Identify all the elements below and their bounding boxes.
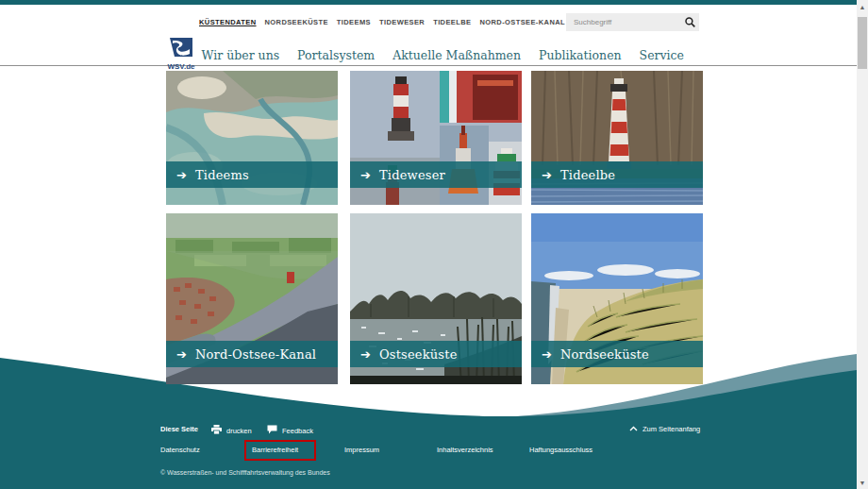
tile-tideelbe[interactable]: ➔ Tideelbe [531, 71, 703, 205]
footer-link-datenschutz[interactable]: Datenschutz [160, 446, 200, 454]
footer-link-inhaltsverzeichnis[interactable]: Inhaltsverzeichnis [437, 446, 493, 454]
tile-ostseekueste[interactable]: ➔ Ostseeküste [350, 213, 522, 384]
tile-ostseekueste-band[interactable]: ➔ Ostseeküste [350, 341, 522, 367]
tile-tideelbe-band[interactable]: ➔ Tideelbe [531, 161, 703, 188]
wsv-logo-text: WSV.de [160, 62, 202, 71]
printer-icon [211, 425, 222, 436]
tile-tideweser-band[interactable]: ➔ Tideweser [350, 161, 522, 188]
tile-label: Tideelbe [560, 168, 615, 182]
search-box [566, 13, 699, 31]
utility-link-nord-ostsee-kanal[interactable]: NORD-OSTSEE-KANAL [479, 18, 565, 26]
arrow-right-icon: ➔ [360, 348, 371, 361]
tile-tideems[interactable]: ➔ Tideems [166, 71, 338, 205]
footer-print-link[interactable]: drucken [211, 425, 252, 436]
arrow-right-icon: ➔ [542, 169, 552, 181]
speech-bubble-icon [267, 425, 277, 436]
tile-label: Tideweser [379, 168, 445, 182]
footer-copyright: © Wasserstraßen- und Schifffahrtsverwalt… [160, 469, 330, 476]
footer-this-page-label: Diese Seite [160, 425, 198, 433]
tile-label: Nord-Ostsee-Kanal [195, 347, 316, 362]
site-header: KÜSTENDATEN NORDSEEKÜSTE TIDEEMS TIDEWES… [0, 5, 857, 66]
tile-label: Nordseeküste [560, 347, 649, 362]
main-nav: Wir über uns Portalsystem Aktuelle Maßna… [202, 48, 684, 62]
utility-link-tideweser[interactable]: TIDEWESER [379, 18, 425, 26]
search-icon[interactable] [680, 13, 699, 31]
scrollbar[interactable]: ▲ ▼ [857, 0, 868, 489]
footer-link-haftungsausschluss[interactable]: Haftungsausschluss [529, 446, 593, 454]
page: KÜSTENDATEN NORDSEEKÜSTE TIDEEMS TIDEWES… [0, 0, 868, 489]
wsv-logo-icon [169, 37, 193, 58]
arrow-right-icon: ➔ [360, 169, 371, 181]
tile-label: Tideems [195, 168, 249, 182]
tile-tideems-band[interactable]: ➔ Tideems [166, 161, 338, 188]
nav-aktuelle-massnahmen[interactable]: Aktuelle Maßnahmen [392, 48, 521, 62]
footer-feedback-link[interactable]: Feedback [267, 425, 313, 436]
tile-nordseekueste-band[interactable]: ➔ Nordseeküste [531, 341, 703, 367]
footer-to-top-link[interactable]: Zum Seitenanfang [629, 425, 700, 433]
footer-link-barrierefreiheit[interactable]: Barrierefreiheit [252, 446, 298, 454]
nav-service[interactable]: Service [640, 48, 684, 62]
scrollbar-up-arrow[interactable]: ▲ [857, 0, 868, 13]
chevron-up-icon [629, 425, 638, 433]
tile-nordseekueste[interactable]: ➔ Nordseeküste [531, 213, 703, 384]
wsv-logo[interactable]: WSV.de [160, 37, 202, 71]
scrollbar-thumb[interactable] [858, 17, 867, 69]
tile-nord-ostsee-kanal[interactable]: ➔ Nord-Ostsee-Kanal [166, 213, 338, 384]
utility-link-nordseekueste[interactable]: NORDSEEKÜSTE [265, 18, 328, 26]
scrollbar-down-arrow[interactable]: ▼ [857, 476, 868, 489]
nav-publikationen[interactable]: Publikationen [539, 48, 622, 62]
footer-link-impressum[interactable]: Impressum [344, 446, 379, 454]
nav-portalsystem[interactable]: Portalsystem [297, 48, 375, 62]
nav-wir-ueber-uns[interactable]: Wir über uns [202, 48, 280, 62]
arrow-right-icon: ➔ [176, 169, 187, 181]
tile-nord-ostsee-kanal-band[interactable]: ➔ Nord-Ostsee-Kanal [166, 341, 338, 367]
utility-link-tideems[interactable]: TIDEEMS [337, 18, 371, 26]
utility-link-kuestendaten[interactable]: KÜSTENDATEN [199, 18, 257, 26]
utility-link-tideelbe[interactable]: TIDEELBE [433, 18, 471, 26]
search-input[interactable] [566, 18, 680, 26]
tile-label: Ostseeküste [379, 347, 458, 362]
arrow-right-icon: ➔ [176, 348, 187, 361]
tile-tideweser[interactable]: ➔ Tideweser [350, 71, 522, 205]
arrow-right-icon: ➔ [542, 348, 552, 361]
